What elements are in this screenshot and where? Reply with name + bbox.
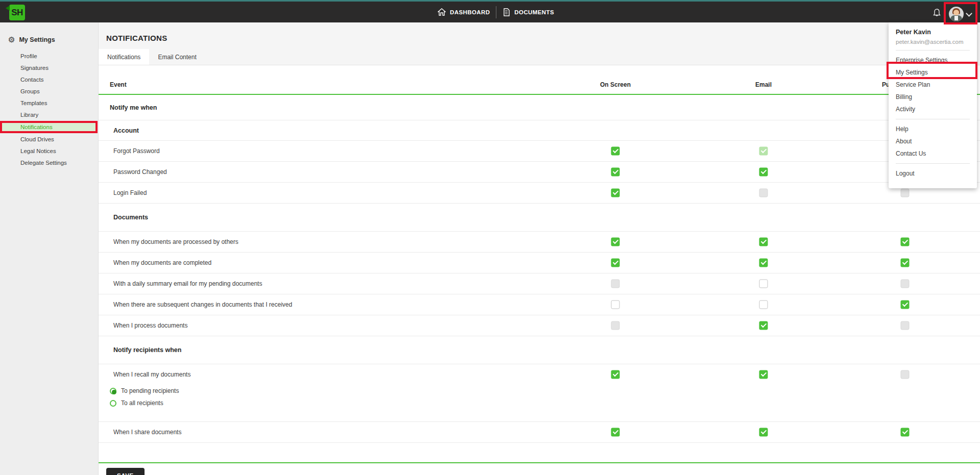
signinghub-logo[interactable]: SH — [9, 5, 25, 20]
menu-item-contact-us[interactable]: Contact Us — [896, 147, 970, 160]
sidebar-item-notifications[interactable]: Notifications — [0, 121, 98, 133]
column-header-event: Event — [110, 81, 127, 88]
on-screen-checkbox[interactable] — [611, 259, 620, 267]
home-icon — [438, 8, 446, 16]
row-main: With a daily summary email for my pendin… — [99, 273, 980, 294]
radio-label: To pending recipients — [121, 387, 179, 394]
on-screen-checkbox — [611, 321, 620, 330]
email-checkbox — [759, 189, 768, 197]
on-screen-checkbox — [611, 280, 620, 288]
nav-dashboard[interactable]: DASHBOARD — [432, 8, 496, 16]
table-row-password-changed: Password Changed — [99, 162, 980, 183]
section-header-notify-me-when: Notify me when — [99, 95, 980, 120]
on-screen-checkbox[interactable] — [611, 428, 620, 437]
email-checkbox[interactable] — [759, 259, 768, 267]
tab-notifications[interactable]: Notifications — [99, 49, 149, 65]
menu-item-service-plan[interactable]: Service Plan — [896, 79, 970, 91]
sidebar-item-groups[interactable]: Groups — [0, 86, 98, 97]
email-checkbox[interactable] — [759, 428, 768, 437]
table-row-login-failed: Login Failed — [99, 183, 980, 204]
menu-item-enterprise-settings[interactable]: Enterprise Settings — [896, 54, 970, 66]
push-checkbox[interactable] — [901, 259, 910, 267]
nav-documents-label: DOCUMENTS — [514, 9, 554, 15]
menu-group: Logout — [896, 163, 970, 183]
sidebar-nav: ProfileSignaturesContactsGroupsTemplates… — [0, 51, 98, 168]
row-main: Password Changed — [99, 162, 980, 182]
sidebar-item-library[interactable]: Library — [0, 109, 98, 120]
email-checkbox — [759, 147, 768, 156]
row-label: Login Failed — [99, 189, 147, 196]
main-content: NOTIFICATIONS NotificationsEmail Content… — [99, 22, 980, 475]
row-label: When I recall my documents — [99, 371, 190, 378]
bell-icon[interactable] — [933, 8, 941, 17]
push-checkbox[interactable] — [901, 238, 910, 246]
email-checkbox[interactable] — [759, 301, 768, 309]
table-row-when-i-recall-my-documents: When I recall my documentsTo pending rec… — [99, 364, 980, 422]
sidebar-item-delegate-settings[interactable]: Delegate Settings — [0, 157, 98, 168]
on-screen-checkbox[interactable] — [611, 168, 620, 177]
push-checkbox — [901, 189, 910, 197]
table-row-when-i-share-documents: When I share documents — [99, 422, 980, 443]
sidebar-title-label: My Settings — [19, 36, 55, 43]
row-main: Forgot Password — [99, 141, 980, 161]
menu-item-logout[interactable]: Logout — [896, 167, 970, 180]
user-name: Peter Kavin — [896, 29, 970, 36]
on-screen-checkbox[interactable] — [611, 370, 620, 379]
table-row-when-my-documents-are-processed-by-others: When my documents are processed by other… — [99, 232, 980, 253]
on-screen-checkbox[interactable] — [611, 238, 620, 246]
push-checkbox[interactable] — [901, 301, 910, 309]
menu-item-help[interactable]: Help — [896, 123, 970, 135]
row-label: When my documents are processed by other… — [99, 238, 238, 245]
sidebar: ⚙ My Settings ProfileSignaturesContactsG… — [0, 22, 99, 475]
on-screen-checkbox[interactable] — [611, 301, 620, 309]
avatar-shirt — [954, 16, 958, 20]
sidebar-title: ⚙ My Settings — [0, 22, 98, 51]
sidebar-item-templates[interactable]: Templates — [0, 97, 98, 109]
menu-item-activity[interactable]: Activity — [896, 103, 970, 115]
email-checkbox[interactable] — [759, 321, 768, 330]
top-bar: SH DASHBOARD DOCUMENTS — [0, 0, 980, 22]
row-label: Password Changed — [99, 168, 167, 176]
row-label: Forgot Password — [99, 147, 160, 155]
menu-item-about[interactable]: About — [896, 135, 970, 147]
sidebar-item-contacts[interactable]: Contacts — [0, 74, 98, 85]
sidebar-item-legal-notices[interactable]: Legal Notices — [0, 145, 98, 157]
section-header-notify-recipients-when: Notify recipients when — [99, 336, 980, 364]
nav-dashboard-label: DASHBOARD — [450, 9, 490, 15]
user-menu-items: Enterprise SettingsMy SettingsService Pl… — [889, 50, 977, 183]
radio-to-pending-recipients[interactable] — [110, 388, 116, 394]
sidebar-item-cloud-drives[interactable]: Cloud Drives — [0, 134, 98, 145]
table-row-when-there-are-subsequent-changes-in-documents-that-i-received: When there are subsequent changes in doc… — [99, 294, 980, 315]
app-window: SH DASHBOARD DOCUMENTS — [0, 0, 980, 475]
user-email: peter.kavin@ascertia.com — [896, 39, 970, 45]
tab-email-content[interactable]: Email Content — [149, 49, 205, 65]
row-label: With a daily summary email for my pendin… — [99, 280, 262, 287]
menu-item-billing[interactable]: Billing — [896, 91, 970, 103]
document-icon — [503, 8, 510, 16]
user-menu-header: Peter Kavin peter.kavin@ascertia.com — [889, 22, 977, 50]
email-checkbox[interactable] — [759, 280, 768, 288]
table-header-row: Event On Screen Email Pu — [99, 65, 980, 95]
on-screen-checkbox[interactable] — [611, 147, 620, 156]
on-screen-checkbox[interactable] — [611, 189, 620, 197]
sidebar-item-profile[interactable]: Profile — [0, 51, 98, 62]
chevron-down-icon[interactable] — [966, 10, 972, 17]
menu-item-my-settings[interactable]: My Settings — [896, 66, 970, 79]
nav-documents[interactable]: DOCUMENTS — [496, 8, 560, 16]
table-row-with-a-daily-summary-email-for-my-pending-documents: With a daily summary email for my pendin… — [99, 273, 980, 294]
radio-to-all-recipients[interactable] — [110, 400, 116, 407]
save-button[interactable]: SAVE — [106, 468, 145, 475]
section-header-account: Account — [99, 120, 980, 141]
sidebar-item-signatures[interactable]: Signatures — [0, 62, 98, 73]
push-checkbox[interactable] — [901, 428, 910, 437]
table-body: Notify me whenAccountForgot PasswordPass… — [99, 95, 980, 443]
tab-bar: NotificationsEmail Content — [99, 49, 205, 65]
email-checkbox[interactable] — [759, 238, 768, 246]
user-avatar[interactable] — [949, 7, 964, 21]
email-checkbox[interactable] — [759, 370, 768, 379]
page-header: NOTIFICATIONS NotificationsEmail Content — [99, 22, 980, 65]
email-checkbox[interactable] — [759, 168, 768, 177]
row-main: When I share documents — [99, 422, 980, 442]
avatar-face — [953, 10, 959, 15]
column-header-on-screen: On Screen — [600, 81, 631, 88]
